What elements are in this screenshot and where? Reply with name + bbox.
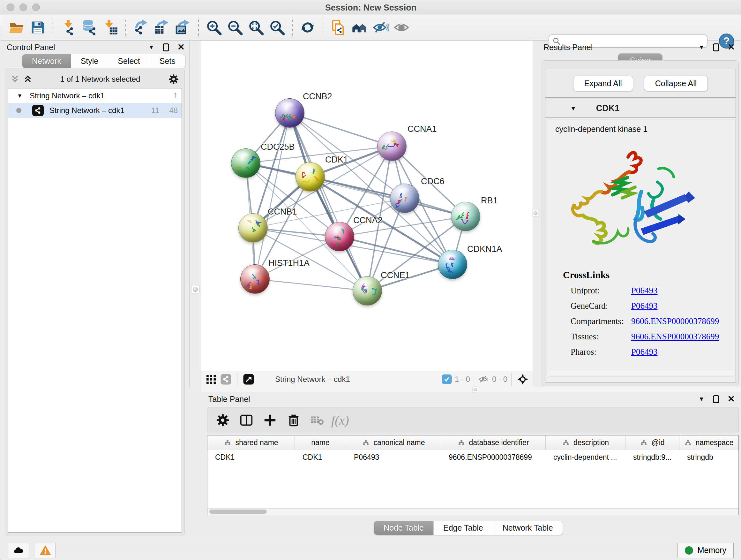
network-node-ccne1[interactable] xyxy=(353,276,382,306)
expand-all-networks-button[interactable] xyxy=(23,74,32,84)
tab-edge-table[interactable]: Edge Table xyxy=(433,521,493,535)
control-panel-menu-button[interactable]: ▼ xyxy=(148,43,154,52)
control-panel-close-button[interactable]: ✕ xyxy=(178,43,185,52)
delete-column-button[interactable] xyxy=(284,411,303,430)
copy-network-button[interactable] xyxy=(328,17,349,38)
network-node-ccna2[interactable] xyxy=(325,222,354,251)
zoom-in-button[interactable] xyxy=(203,17,224,38)
tab-network-table[interactable]: Network Table xyxy=(493,521,562,535)
network-node-ccna1[interactable] xyxy=(377,132,407,161)
export-network-button[interactable] xyxy=(131,17,151,38)
open-session-button[interactable] xyxy=(6,17,27,38)
export-table-button[interactable] xyxy=(151,17,173,38)
splitter-network-results[interactable] xyxy=(533,41,539,387)
show-graphics-details-button[interactable] xyxy=(391,17,412,38)
column-header-id[interactable]: @id xyxy=(625,435,679,450)
network-node-cdc6[interactable] xyxy=(390,184,419,213)
show-columns-button[interactable] xyxy=(237,411,256,430)
cloud-status-button[interactable] xyxy=(8,543,29,558)
table-cell[interactable]: 9606.ENSP00000378699 xyxy=(441,450,546,464)
table-panel-float-button[interactable] xyxy=(713,394,719,404)
function-builder-button[interactable]: f(x) xyxy=(331,413,349,428)
network-options-button[interactable] xyxy=(168,74,179,84)
zoom-out-button[interactable] xyxy=(224,17,246,38)
network-tree-row[interactable]: String Network – cdk11148 xyxy=(8,103,182,118)
show-all-button[interactable] xyxy=(349,17,370,38)
expand-all-button[interactable]: Expand All xyxy=(573,76,633,91)
network-node-ccnb2[interactable] xyxy=(275,98,305,128)
crosslink-link[interactable]: P06493 xyxy=(631,301,658,311)
warnings-button[interactable] xyxy=(35,543,56,558)
collapse-all-button[interactable]: Collapse All xyxy=(644,76,708,91)
network-node-hist1h1a[interactable] xyxy=(240,264,270,294)
crosslink-link[interactable]: P06493 xyxy=(631,347,658,357)
table-panel-menu-button[interactable]: ▼ xyxy=(698,394,704,404)
results-panel-close-button[interactable]: ✕ xyxy=(728,43,735,52)
crosslink-link[interactable]: P06493 xyxy=(631,286,658,296)
zoom-selected-button[interactable] xyxy=(266,17,287,38)
network-edge[interactable] xyxy=(290,113,392,146)
birdseye-grid-button[interactable] xyxy=(204,372,219,386)
delete-table-button[interactable] xyxy=(308,411,327,430)
tab-node-table[interactable]: Node Table xyxy=(374,521,433,535)
protein-header-row[interactable]: ▼ CDK1 xyxy=(545,99,736,118)
crosslink-link[interactable]: 9606.ENSP00000378699 xyxy=(631,332,719,341)
splitter-control-network[interactable] xyxy=(189,41,201,387)
table-row[interactable]: CDK1CDK1P064939606.ENSP00000378699cyclin… xyxy=(207,450,738,464)
network-edge[interactable] xyxy=(255,279,367,291)
network-node-cdc25b[interactable] xyxy=(231,148,260,178)
network-node-rb1[interactable] xyxy=(451,202,480,231)
selected-checkbox-icon[interactable] xyxy=(442,374,452,384)
table-cell[interactable]: CDK1 xyxy=(207,450,295,464)
column-header-canonical-name[interactable]: canonical name xyxy=(346,435,441,450)
tab-sets[interactable]: Sets xyxy=(150,54,185,68)
import-table-file-button[interactable] xyxy=(100,17,121,38)
column-header-namespace[interactable]: namespace xyxy=(679,435,738,450)
export-image-button[interactable] xyxy=(173,17,194,38)
save-session-button[interactable] xyxy=(27,17,48,38)
open-in-browser-button[interactable] xyxy=(241,372,256,386)
table-cell[interactable]: stringdb:9... xyxy=(625,450,679,464)
network-node-cdkn1a[interactable] xyxy=(438,250,467,279)
collapse-all-networks-button[interactable] xyxy=(10,74,20,84)
network-canvas[interactable]: CCNB2CCNA1CDC25BCDK1CDC6RB1CCNB1CCNA2CDK… xyxy=(201,41,533,371)
crosslink-link[interactable]: 9606.ENSP00000378699 xyxy=(631,316,719,326)
network-node-cdk1[interactable] xyxy=(295,162,325,192)
table-panel-close-button[interactable]: ✕ xyxy=(728,394,735,404)
refresh-button[interactable] xyxy=(297,17,318,38)
column-header-database-identifier[interactable]: database identifier xyxy=(441,435,546,450)
import-network-database-button[interactable] xyxy=(79,17,100,38)
table-cell[interactable]: P06493 xyxy=(346,450,441,464)
tab-select[interactable]: Select xyxy=(108,54,149,68)
column-header-description[interactable]: description xyxy=(546,435,625,450)
table-cell[interactable]: stringdb xyxy=(679,450,738,464)
zoom-fit-button[interactable] xyxy=(246,17,266,38)
column-header-name[interactable]: name xyxy=(295,435,346,450)
table-horizontal-scrollbar[interactable] xyxy=(207,508,738,515)
string-network-badge-button[interactable] xyxy=(219,372,233,386)
splitter-network-table[interactable] xyxy=(201,387,741,392)
table-cell[interactable]: CDK1 xyxy=(295,450,346,464)
table-options-button[interactable] xyxy=(213,411,232,430)
control-panel-float-button[interactable] xyxy=(163,43,169,52)
results-panel-menu-button[interactable]: ▼ xyxy=(698,43,704,52)
tab-network[interactable]: Network xyxy=(22,54,71,68)
splitter-grip[interactable] xyxy=(532,210,539,217)
memory-button[interactable]: Memory xyxy=(677,543,734,558)
table-cell[interactable]: cyclin-dependent ... xyxy=(546,450,625,464)
column-header-shared-name[interactable]: shared name xyxy=(207,435,295,450)
results-panel-float-button[interactable] xyxy=(713,43,719,52)
results-scrollbar[interactable] xyxy=(548,371,733,375)
network-tree-row[interactable]: ▼String Network – cdk11 xyxy=(8,88,182,103)
import-network-file-button[interactable] xyxy=(58,17,79,38)
hide-selected-button[interactable] xyxy=(370,17,391,38)
create-column-button[interactable] xyxy=(260,411,280,430)
navigator-button[interactable] xyxy=(515,372,530,386)
tab-style[interactable]: Style xyxy=(71,54,108,68)
string-results-body: Expand All Collapse All ▼ CDK1 cyclin-de… xyxy=(542,60,739,386)
scrollbar-thumb[interactable] xyxy=(209,509,267,514)
tree-expander-icon[interactable]: ▼ xyxy=(16,92,24,99)
network-node-ccnb1[interactable] xyxy=(239,213,268,243)
splitter-grip[interactable] xyxy=(191,285,199,294)
network-edge[interactable] xyxy=(255,113,290,279)
